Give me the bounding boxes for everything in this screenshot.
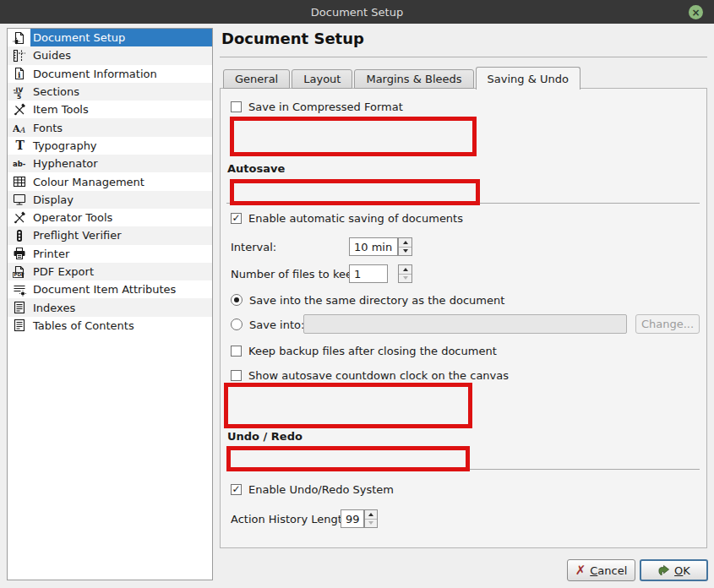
enable-autosave-row: ✓ Enable automatic saving of documents xyxy=(231,210,463,226)
save-into-label: Save into: xyxy=(249,318,304,331)
printer-icon xyxy=(8,247,30,260)
sidebar-item-label: Guides xyxy=(30,46,212,64)
undo-redo-section-heading: Undo / Redo xyxy=(227,430,302,443)
interval-label: Interval: xyxy=(231,237,276,256)
show-clock-checkbox[interactable] xyxy=(231,370,242,381)
tables-of-contents-icon xyxy=(8,318,30,332)
sidebar-item-pdf-export[interactable]: PDFPDF Export xyxy=(8,263,212,280)
enable-autosave-checkbox[interactable]: ✓ xyxy=(231,213,242,224)
sidebar-item-preflight-verifier[interactable]: Preflight Verifier xyxy=(8,226,212,244)
save-compressed-checkbox[interactable] xyxy=(231,101,242,112)
same-directory-label: Save into the same directory as the docu… xyxy=(249,294,504,307)
tab-saving-undo[interactable]: Saving & Undo xyxy=(476,67,580,90)
sidebar-item-label: Printer xyxy=(30,245,212,263)
sidebar-item-hyphenator[interactable]: ab-Hyphenator xyxy=(8,155,212,172)
sidebar-item-display[interactable]: Display xyxy=(8,191,212,209)
sidebar-item-label: Fonts xyxy=(30,118,212,136)
save-compressed-row: Save in Compressed Format xyxy=(231,99,403,114)
window-title: Document Setup xyxy=(311,6,403,19)
cancel-button[interactable]: ✗ Cancel xyxy=(567,559,635,581)
enable-undo-label: Enable Undo/Redo System xyxy=(248,483,394,496)
change-button[interactable]: Change... xyxy=(635,314,700,334)
tab-general[interactable]: General xyxy=(223,69,290,89)
svg-text:ab-: ab- xyxy=(13,160,26,168)
document-setup-icon xyxy=(8,31,30,45)
same-directory-radio[interactable] xyxy=(231,294,243,306)
sidebar-item-operator-tools[interactable]: Operator Tools xyxy=(8,209,212,226)
sidebar-item-item-tools[interactable]: Item Tools xyxy=(8,101,212,118)
files-to-keep-field[interactable]: 1 xyxy=(349,264,388,283)
sections-icon: -IV5 xyxy=(8,85,30,99)
enable-undo-checkbox[interactable]: ✓ xyxy=(231,484,242,495)
operator-tools-icon xyxy=(8,211,30,225)
title-bar[interactable]: Document Setup × xyxy=(0,0,714,24)
svg-text:5: 5 xyxy=(17,92,21,99)
annotation-box-3 xyxy=(224,383,472,428)
pdf-export-icon: PDF xyxy=(8,265,30,279)
fonts-icon: AA xyxy=(8,121,30,134)
history-length-field[interactable]: 99 xyxy=(341,509,364,528)
svg-text:i: i xyxy=(18,71,21,79)
save-compressed-label: Save in Compressed Format xyxy=(248,101,403,113)
sidebar-item-printer[interactable]: Printer xyxy=(8,245,212,263)
guides-icon xyxy=(8,49,30,63)
interval-spinner[interactable] xyxy=(398,237,412,256)
close-icon[interactable]: × xyxy=(689,5,703,19)
sidebar-item-document-information[interactable]: iDocument Information xyxy=(8,65,212,83)
display-icon xyxy=(8,193,30,206)
save-into-path-field[interactable] xyxy=(303,314,627,334)
files-to-keep-spinner[interactable] xyxy=(398,264,412,283)
sidebar-item-label: Operator Tools xyxy=(30,209,212,226)
spin-down-icon[interactable] xyxy=(399,275,412,283)
spin-up-icon[interactable] xyxy=(399,238,412,248)
sidebar-item-sections[interactable]: -IV5Sections xyxy=(8,83,212,101)
document-information-icon: i xyxy=(8,67,30,80)
history-length-label: Action History Length: xyxy=(231,509,352,528)
keep-backup-row: Keep backup files after closing the docu… xyxy=(231,343,497,358)
keep-backup-label: Keep backup files after closing the docu… xyxy=(248,345,497,357)
sidebar-item-label: Document Information xyxy=(30,65,212,83)
sidebar-item-document-setup[interactable]: Document Setup xyxy=(8,29,212,46)
spin-down-icon[interactable] xyxy=(365,520,377,528)
sidebar-item-indexes[interactable]: Indexes xyxy=(8,298,212,316)
settings-category-list: Document SetupGuidesiDocument Informatio… xyxy=(7,28,213,580)
svg-text:A: A xyxy=(19,126,25,134)
sidebar-item-label: Sections xyxy=(30,83,212,101)
tab-bar: General Layout Margins & Bleeds Saving &… xyxy=(223,66,582,89)
sidebar-item-colour-management[interactable]: Colour Management xyxy=(8,172,212,190)
sidebar-item-label: PDF Export xyxy=(30,263,212,280)
document-setup-dialog: Document Setup × Document SetupGuidesiDo… xyxy=(0,0,714,588)
history-length-spinner[interactable] xyxy=(364,509,378,528)
sidebar-item-fonts[interactable]: AAFonts xyxy=(8,118,212,136)
typography-icon: T xyxy=(8,139,30,152)
spin-down-icon[interactable] xyxy=(399,248,412,256)
annotation-box-1 xyxy=(230,117,477,156)
files-to-keep-label: Number of files to keep: xyxy=(231,264,363,283)
interval-field[interactable]: 10 min xyxy=(349,237,398,256)
sidebar-item-label: Indexes xyxy=(30,298,212,316)
tab-layout[interactable]: Layout xyxy=(292,69,352,89)
hyphenator-icon: ab- xyxy=(8,157,30,171)
same-directory-row: Save into the same directory as the docu… xyxy=(231,292,504,308)
sidebar-item-label: Display xyxy=(30,191,212,209)
ok-button[interactable]: OK xyxy=(640,559,708,581)
sidebar-item-tables-of-contents[interactable]: Tables of Contents xyxy=(8,317,212,335)
item-tools-icon xyxy=(8,103,30,117)
colour-management-icon xyxy=(8,175,30,188)
spin-up-icon[interactable] xyxy=(399,265,412,275)
sidebar-item-typography[interactable]: TTypography xyxy=(8,137,212,155)
sidebar-item-document-item-attributes[interactable]: Document Item Attributes xyxy=(8,280,212,298)
sidebar-item-label: Hyphenator xyxy=(30,155,212,172)
tab-margins-bleeds[interactable]: Margins & Bleeds xyxy=(354,69,473,89)
sidebar-item-label: Tables of Contents xyxy=(30,317,212,335)
page-title: Document Setup xyxy=(221,30,364,47)
sidebar-item-label: Document Item Attributes xyxy=(30,280,212,298)
sidebar-item-guides[interactable]: Guides xyxy=(8,46,212,64)
save-into-radio[interactable] xyxy=(231,318,243,330)
spin-up-icon[interactable] xyxy=(365,510,377,520)
sidebar-item-label: Item Tools xyxy=(30,101,212,118)
indexes-icon xyxy=(8,301,30,314)
heading-divider xyxy=(220,57,707,57)
sidebar-item-label: Typography xyxy=(30,137,212,155)
keep-backup-checkbox[interactable] xyxy=(231,346,242,357)
